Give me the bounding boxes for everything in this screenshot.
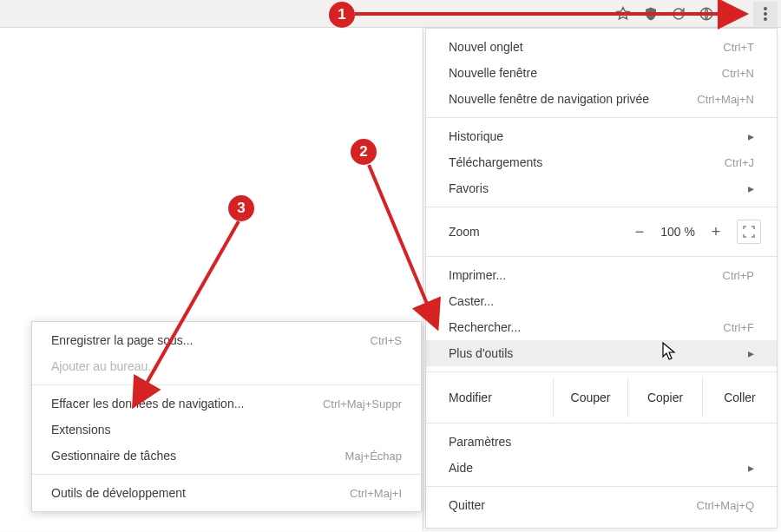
menu-settings[interactable]: Paramètres — [426, 429, 777, 455]
edit-paste[interactable]: Coller — [702, 378, 777, 417]
shield-icon[interactable] — [642, 5, 660, 23]
zoom-value: 100 % — [652, 225, 704, 239]
zoom-label: Zoom — [449, 225, 627, 239]
menu-label: Quitter — [449, 498, 485, 512]
submenu-save-as[interactable]: Enregistrer la page sous... Ctrl+S — [32, 327, 421, 353]
kebab-menu-icon[interactable] — [753, 2, 778, 26]
star-icon[interactable] — [614, 5, 632, 23]
menu-label: Téléchargements — [449, 155, 542, 169]
menu-label: Gestionnaire de tâches — [51, 449, 176, 463]
menu-history[interactable]: Historique ▸ — [426, 123, 777, 149]
cursor-icon — [662, 342, 678, 361]
menu-label: Nouvelle fenêtre de navigation privée — [449, 92, 649, 106]
svg-rect-1 — [731, 13, 738, 19]
menu-label: Extensions — [51, 423, 110, 437]
chevron-right-icon: ▸ — [748, 346, 754, 360]
menu-zoom: Zoom − 100 % + — [426, 213, 777, 251]
more-tools-submenu: Enregistrer la page sous... Ctrl+S Ajout… — [31, 321, 422, 512]
menu-separator — [426, 486, 777, 487]
menu-shortcut: Ctrl+Maj+Q — [697, 499, 754, 512]
menu-separator — [32, 384, 421, 385]
menu-shortcut: Ctrl+Maj+N — [697, 93, 754, 106]
menu-incognito[interactable]: Nouvelle fenêtre de navigation privée Ct… — [426, 86, 777, 112]
menu-label: Outils de développement — [51, 486, 186, 500]
menu-edit-row: Modifier Couper Copier Coller — [426, 378, 777, 417]
submenu-clear-data[interactable]: Effacer les données de navigation... Ctr… — [32, 391, 421, 417]
menu-new-tab[interactable]: Nouvel onglet Ctrl+T — [426, 34, 777, 60]
zoom-in-button[interactable]: + — [704, 223, 728, 241]
browser-toolbar — [0, 0, 781, 28]
menu-label: Favoris — [449, 181, 489, 195]
menu-shortcut: Ctrl+N — [722, 67, 754, 80]
chevron-right-icon: ▸ — [748, 181, 754, 195]
menu-separator — [426, 423, 777, 424]
menu-label: Plus d'outils — [449, 346, 513, 360]
menu-label: Ajouter au bureau... — [51, 359, 158, 373]
fullscreen-button[interactable] — [737, 220, 761, 244]
menu-label: Nouvel onglet — [449, 40, 523, 54]
chrome-main-menu: Nouvel onglet Ctrl+T Nouvelle fenêtre Ct… — [425, 28, 778, 529]
menu-more-tools[interactable]: Plus d'outils ▸ — [426, 340, 777, 366]
svg-point-4 — [764, 17, 767, 21]
chevron-right-icon: ▸ — [748, 129, 754, 143]
menu-quit[interactable]: Quitter Ctrl+Maj+Q — [426, 492, 777, 518]
annotation-badge-2: 2 — [351, 139, 377, 165]
globe-icon[interactable] — [698, 5, 715, 23]
reload-icon[interactable] — [670, 5, 687, 23]
menu-new-window[interactable]: Nouvelle fenêtre Ctrl+N — [426, 60, 777, 86]
menu-shortcut: Ctrl+Maj+I — [350, 487, 402, 500]
menu-shortcut: Ctrl+J — [725, 156, 754, 169]
menu-shortcut: Maj+Échap — [345, 450, 402, 463]
menu-cast[interactable]: Caster... — [426, 288, 777, 314]
menu-find[interactable]: Rechercher... Ctrl+F — [426, 314, 777, 340]
lock-icon[interactable] — [725, 5, 743, 23]
menu-label: Modifier — [426, 391, 553, 404]
svg-point-2 — [764, 7, 767, 10]
zoom-out-button[interactable]: − — [627, 223, 652, 241]
menu-label: Nouvelle fenêtre — [449, 66, 537, 80]
chevron-right-icon: ▸ — [748, 461, 754, 475]
menu-label: Rechercher... — [449, 320, 521, 334]
edit-cut[interactable]: Couper — [553, 378, 627, 417]
menu-label: Paramètres — [449, 435, 511, 449]
menu-shortcut: Ctrl+Maj+Suppr — [323, 397, 402, 410]
annotation-badge-3: 3 — [228, 195, 254, 221]
menu-shortcut: Ctrl+T — [723, 41, 754, 54]
menu-label: Historique — [449, 129, 503, 143]
menu-label: Imprimer... — [449, 268, 506, 282]
annotation-badge-1: 1 — [329, 2, 355, 28]
submenu-dev-tools[interactable]: Outils de développement Ctrl+Maj+I — [32, 480, 421, 506]
menu-separator — [32, 474, 421, 475]
menu-shortcut: Ctrl+F — [723, 321, 754, 334]
menu-label: Effacer les données de navigation... — [51, 397, 244, 410]
menu-separator — [426, 117, 777, 118]
menu-separator — [426, 256, 777, 257]
menu-shortcut: Ctrl+S — [371, 334, 402, 347]
menu-bookmarks[interactable]: Favoris ▸ — [426, 175, 777, 201]
menu-separator — [426, 207, 777, 207]
menu-label: Aide — [449, 461, 473, 475]
edit-copy[interactable]: Copier — [627, 378, 702, 417]
menu-print[interactable]: Imprimer... Ctrl+P — [426, 262, 777, 288]
menu-downloads[interactable]: Téléchargements Ctrl+J — [426, 149, 777, 175]
menu-help[interactable]: Aide ▸ — [426, 455, 777, 481]
menu-separator — [426, 371, 777, 372]
menu-shortcut: Ctrl+P — [723, 269, 754, 282]
menu-label: Caster... — [449, 294, 494, 308]
submenu-task-manager[interactable]: Gestionnaire de tâches Maj+Échap — [32, 443, 421, 469]
submenu-add-desktop: Ajouter au bureau... — [32, 353, 421, 379]
svg-point-3 — [764, 12, 767, 16]
menu-label: Enregistrer la page sous... — [51, 333, 193, 347]
submenu-extensions[interactable]: Extensions — [32, 417, 421, 443]
